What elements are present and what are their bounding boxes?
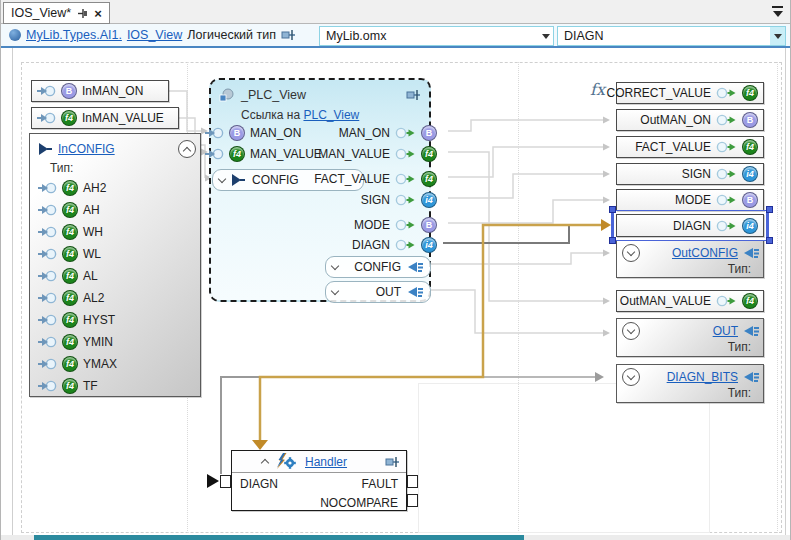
- config-item-ymin[interactable]: f4YMIN: [38, 332, 196, 352]
- horizontal-scrollbar[interactable]: [1, 535, 790, 540]
- block-label: MODE: [675, 193, 711, 207]
- selection-handle[interactable]: [609, 237, 616, 244]
- chevron-down-icon[interactable]: [538, 27, 553, 45]
- funnel-left-icon: [743, 325, 760, 337]
- config-item-ah2[interactable]: f4AH2: [38, 178, 196, 198]
- inconfig-block[interactable]: InCONFIGТип:f4AH2f4AHf4WHf4WLf4ALf4AL2f4…: [29, 133, 201, 397]
- tab-title: IOS_View*: [11, 6, 71, 20]
- expand-button[interactable]: [622, 322, 640, 340]
- output-connector[interactable]: [407, 494, 418, 507]
- pin-label: MODE: [354, 218, 390, 232]
- inconfig-link[interactable]: InCONFIG: [58, 142, 115, 156]
- type-badge-f4: f4: [62, 268, 78, 284]
- type-caption: Тип:: [50, 161, 73, 175]
- input-pin-icon: [38, 181, 57, 195]
- plc-view-title: _PLC_View: [241, 88, 306, 102]
- plc-output-man_on[interactable]: MAN_ONB: [339, 123, 437, 143]
- collapse-button[interactable]: [178, 140, 196, 158]
- block-label: CORRECT_VALUE: [607, 86, 711, 100]
- expand-button[interactable]: [622, 368, 640, 386]
- output-block-outman_on[interactable]: OutMAN_ONB: [616, 109, 764, 131]
- funnel-right-icon: [231, 174, 246, 186]
- plc-output-group-config[interactable]: CONFIG: [325, 256, 431, 278]
- output-pin-icon: [716, 86, 737, 100]
- plc-output-diagn[interactable]: DIAGNi4: [352, 235, 437, 255]
- group-link[interactable]: OutCONFIG: [672, 246, 738, 260]
- config-item-tf[interactable]: f4TF: [38, 376, 196, 396]
- input-pin-icon: [38, 335, 57, 349]
- output-connector[interactable]: [407, 475, 418, 488]
- selection-outline[interactable]: [611, 210, 769, 241]
- config-item-label: AH2: [83, 181, 106, 195]
- close-icon[interactable]: ×: [94, 7, 102, 20]
- config-item-al2[interactable]: f4AL2: [38, 288, 196, 308]
- library-combobox[interactable]: MyLib.omx: [319, 26, 554, 46]
- plc-output-group-out[interactable]: OUT: [325, 281, 431, 303]
- handler-block[interactable]: HandlerDIAGNFAULTNOCOMPARE: [231, 450, 407, 511]
- toolbar: MyLib.Types.AI1. IOS_View Логический тип…: [1, 24, 790, 48]
- config-item-hyst[interactable]: f4HYST: [38, 310, 196, 330]
- scrollbar-thumb[interactable]: [34, 535, 524, 540]
- plc-output-fact_value[interactable]: FACT_VALUEf4: [314, 169, 437, 189]
- handler-header: Handler: [232, 451, 406, 473]
- output-pin-icon: [716, 113, 737, 127]
- output-block-correct_value[interactable]: CORRECT_VALUEf4: [616, 82, 764, 104]
- plc-input-man_on[interactable]: BMAN_ON: [205, 123, 301, 143]
- tab-ios-view[interactable]: IOS_View* ×: [3, 2, 110, 24]
- tab-list-menu-icon[interactable]: [771, 6, 784, 18]
- pin-label: CONFIG: [252, 173, 299, 187]
- selection-handle[interactable]: [766, 237, 773, 244]
- type-badge-f4: f4: [62, 224, 78, 240]
- config-item-al[interactable]: f4AL: [38, 266, 196, 286]
- output-block-fact_value[interactable]: FACT_VALUEf4: [616, 136, 764, 158]
- breadcrumb-current-link[interactable]: IOS_View: [127, 28, 182, 42]
- tab-bar: IOS_View* ×: [1, 0, 790, 24]
- plc-input-man_value[interactable]: f4MAN_VALUE: [205, 144, 322, 164]
- pin-icon[interactable]: [281, 29, 296, 41]
- breadcrumb-parent-link[interactable]: MyLib.Types.AI1.: [26, 28, 122, 42]
- block-label: InMAN_VALUE: [82, 111, 164, 125]
- pin-icon[interactable]: [77, 8, 88, 19]
- app-window: IOS_View* × MyLib.Types.AI1. IOS_View Ло…: [0, 0, 791, 540]
- plc-output-sign[interactable]: SIGNi4: [361, 190, 437, 210]
- plc-view-block[interactable]: _PLC_ViewСсылка на PLC_ViewBMAN_ONf4MAN_…: [209, 78, 431, 302]
- input-block-inman_on[interactable]: BInMAN_ON: [31, 80, 169, 102]
- type-badge-f4: f4: [62, 290, 78, 306]
- output-block-sign[interactable]: SIGNi4: [616, 163, 764, 185]
- pin-icon: [406, 89, 421, 101]
- output-group-out[interactable]: OUTТип:: [616, 318, 764, 357]
- type-badge-f4: f4: [421, 171, 437, 187]
- handler-link[interactable]: Handler: [305, 455, 347, 469]
- type-badge-B: B: [229, 125, 245, 141]
- input-connector[interactable]: [220, 475, 231, 488]
- chevron-down-icon[interactable]: [770, 27, 785, 45]
- block-label: InMAN_ON: [82, 84, 143, 98]
- output-pin-icon: [395, 193, 416, 207]
- type-badge-f4: f4: [742, 139, 758, 155]
- output-group-outconfig[interactable]: OutCONFIGТип:: [616, 240, 764, 278]
- input-block-inman_value[interactable]: f4InMAN_VALUE: [31, 107, 179, 129]
- config-item-ymax[interactable]: f4YMAX: [38, 354, 196, 374]
- config-item-wh[interactable]: f4WH: [38, 222, 196, 242]
- config-item-label: AH: [83, 203, 100, 217]
- form-icon: [219, 88, 235, 102]
- output-block-outman_value[interactable]: OutMAN_VALUEf4: [616, 290, 764, 312]
- signal-combobox[interactable]: DIAGN: [557, 26, 786, 46]
- output-group-diagn_bits[interactable]: DIAGN_BITSТип:: [616, 364, 764, 403]
- type-badge-B: B: [742, 192, 758, 208]
- group-link[interactable]: DIAGN_BITS: [667, 370, 738, 384]
- selection-handle[interactable]: [609, 206, 616, 213]
- config-item-label: TF: [83, 379, 98, 393]
- chevron-up-icon: [183, 146, 191, 154]
- output-block-mode[interactable]: MODEB: [616, 189, 764, 211]
- plc-view-link[interactable]: PLC_View: [303, 108, 359, 122]
- config-item-wl[interactable]: f4WL: [38, 244, 196, 264]
- selection-handle[interactable]: [766, 206, 773, 213]
- expand-button[interactable]: [622, 244, 640, 262]
- plc-output-mode[interactable]: MODEB: [354, 215, 437, 235]
- pin-label: MAN_ON: [250, 126, 301, 140]
- diagram-canvas[interactable]: BInMAN_ONf4InMAN_VALUEInCONFIGТип:f4AH2f…: [1, 48, 791, 535]
- group-link[interactable]: OUT: [713, 324, 738, 338]
- plc-output-man_value[interactable]: MAN_VALUEf4: [318, 144, 437, 164]
- config-item-ah[interactable]: f4AH: [38, 200, 196, 220]
